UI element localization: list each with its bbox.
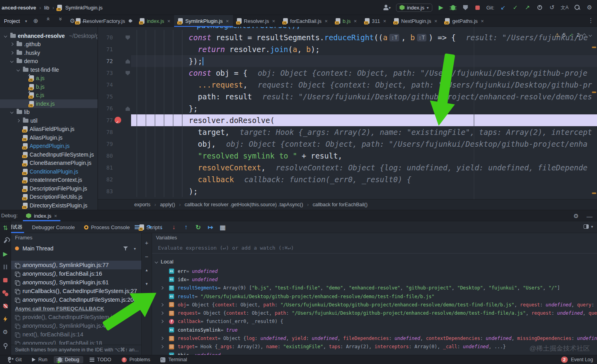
variable-row[interactable]: request = Object {context: Object, path:…	[152, 309, 597, 317]
error-stripe-mark[interactable]	[592, 91, 596, 93]
status-bar-item-git[interactable]: Git	[4, 356, 26, 363]
breadcrumb-item[interactable]: anced-resolve	[2, 5, 36, 11]
line-number[interactable]: 75	[98, 91, 113, 103]
code-line[interactable]: 72});	[98, 55, 597, 67]
editor-tab[interactable]: NextPlugin.js×	[390, 15, 441, 27]
pause-button[interactable]	[2, 263, 9, 271]
duplicate-watch-button[interactable]	[143, 294, 150, 302]
variable-row[interactable]: 01err = undefined	[152, 267, 597, 275]
tree-item[interactable]: util	[0, 116, 98, 125]
fold-end-icon[interactable]	[126, 59, 130, 63]
editor-tab[interactable]: getPaths.js×	[441, 15, 488, 27]
debug-button[interactable]	[450, 4, 457, 11]
debug-gear-button[interactable]: ⚙	[2, 329, 9, 336]
line-number[interactable]: 76	[98, 103, 113, 114]
chevron-icon[interactable]	[10, 51, 13, 54]
restore-layout-icon[interactable]	[584, 224, 589, 229]
line-number[interactable]: 71	[98, 43, 113, 55]
close-icon[interactable]: ×	[434, 18, 437, 24]
move-down-button[interactable]: ▼	[143, 280, 150, 288]
variable-row[interactable]: 01containsSymlink = true	[152, 326, 597, 334]
next-problem-icon[interactable]	[589, 34, 592, 37]
code-line[interactable]: 71return resolver.join(a, b);	[98, 43, 597, 55]
tree-item[interactable]: CachedInputFileSystem.js	[0, 150, 98, 159]
fold-end-icon[interactable]	[126, 106, 130, 111]
fold-start-icon[interactable]	[126, 71, 130, 75]
frame-row[interactable]: anonymous(), SymlinkPlugin.js:48	[11, 321, 141, 330]
collapse-all-button[interactable]: «	[44, 17, 52, 24]
git-commit-button[interactable]: ✓	[512, 4, 519, 11]
thread-selector[interactable]: Main Thread ▾	[11, 243, 141, 254]
close-icon[interactable]: ×	[272, 18, 275, 24]
run-to-cursor-button[interactable]: ↻	[195, 223, 202, 231]
frame-row[interactable]: anonymous(), CachedInputFileSystem.js:20…	[11, 295, 141, 304]
variable-row[interactable]: 01idx = undefined	[152, 275, 597, 284]
code-line[interactable]: 79obj,obj: Object {context: Object, path…	[98, 138, 597, 150]
tree-item[interactable]: DirectoryExistsPlugin.js	[0, 201, 98, 210]
code-line[interactable]: 70const result = resultSegments.reduceRi…	[98, 32, 597, 43]
editor-tab[interactable]: Resolver.js×	[233, 15, 279, 27]
line-number[interactable]: 81	[98, 162, 113, 174]
variable-row[interactable]: obj = Object {context: Object, path: "/U…	[152, 301, 597, 309]
tree-item[interactable]: createInnerContext.js	[0, 176, 98, 185]
editor-breadcrumb-item[interactable]: apply()	[160, 202, 175, 207]
tree-item[interactable]: AliasPlugin.js	[0, 133, 98, 142]
tree-item[interactable]: index.js	[0, 99, 98, 108]
error-stripe-mark[interactable]	[592, 47, 596, 48]
editor-breadcrumb-item[interactable]: exports	[134, 202, 150, 207]
code-line[interactable]: 77resolver.doResolve(	[98, 114, 597, 126]
mute-breakpoints-button[interactable]	[2, 302, 9, 310]
tree-item[interactable]: .github	[0, 40, 98, 49]
debug-settings-button[interactable]: ⚙	[573, 212, 580, 220]
tree-item[interactable]: CloneBasenamePlugin.js	[0, 159, 98, 168]
debug-session-tab[interactable]: index.js ×	[23, 210, 60, 221]
editor-tab[interactable]: forEachBail.js×	[279, 15, 332, 27]
code-line[interactable]: 78target,target: Hook {_args: Array(2), …	[98, 126, 597, 138]
close-icon[interactable]: ×	[54, 213, 57, 219]
auto-throw-button[interactable]	[2, 315, 9, 323]
line-number[interactable]: 82	[98, 174, 113, 185]
line-number[interactable]: 70	[98, 32, 113, 43]
frame-row[interactable]: provide(), CachedInputFileSystem.js:193	[11, 313, 141, 321]
skip-to-button[interactable]: ↦	[207, 223, 214, 231]
step-out-button[interactable]: ↑	[182, 223, 190, 231]
git-push-button[interactable]: ↗	[524, 4, 531, 11]
code-line[interactable]: 73const obj = {obj: Object {context: Obj…	[98, 67, 597, 79]
line-number[interactable]: 79	[98, 138, 113, 150]
chevron-right-icon[interactable]	[160, 337, 163, 340]
status-bar-item-problems[interactable]: Problems	[118, 356, 154, 363]
settings-button[interactable]: ⚙	[586, 4, 593, 11]
breadcrumb-item[interactable]: lib	[44, 5, 49, 11]
editor-tab[interactable]: 311×	[361, 15, 390, 27]
filter-icon[interactable]	[123, 246, 128, 251]
chevron-icon[interactable]	[10, 110, 13, 114]
chevron-right-icon[interactable]	[160, 303, 163, 306]
pin-tab-button[interactable]	[2, 342, 9, 349]
stop-button[interactable]	[474, 4, 481, 11]
close-icon[interactable]: ×	[167, 18, 171, 24]
line-number[interactable]: 83	[98, 185, 113, 197]
status-bar-item-todo[interactable]: TODO	[86, 356, 115, 363]
line-number[interactable]: 73	[98, 67, 113, 79]
more-tabs-button[interactable]: ⋮	[588, 17, 594, 24]
editor-breadcrumb-item[interactable]: callback for forEachBail()	[313, 202, 368, 207]
project-panel-title[interactable]: Project	[4, 18, 20, 24]
chevron-right-icon[interactable]	[160, 286, 163, 289]
breakpoint-icon[interactable]	[115, 117, 121, 123]
search-button[interactable]	[574, 4, 581, 11]
close-icon[interactable]: ×	[383, 18, 386, 24]
close-icon[interactable]: ×	[354, 18, 357, 24]
editor-tab[interactable]: b.js×	[332, 15, 361, 27]
tree-item[interactable]: a.js	[0, 74, 98, 83]
stop-debug-button[interactable]	[2, 276, 9, 284]
debug-tool-tab[interactable]: Debugger Console	[32, 221, 75, 233]
code-line[interactable]: 80"resolved symlink to " + result,	[98, 150, 597, 162]
tree-item[interactable]: lib	[0, 108, 98, 117]
chevron-right-icon[interactable]	[160, 345, 163, 348]
code-line[interactable]: 76};	[98, 103, 597, 114]
variables-scope-row[interactable]: Local	[152, 258, 597, 266]
add-watch-button[interactable]: +	[143, 239, 150, 246]
editor-tab[interactable]: ResolverFactory.js	[72, 15, 136, 27]
frame-row[interactable]: Async call from FSREQCALLBACK	[11, 304, 141, 313]
variable-row[interactable]: fcallback = function(_err0, _result0) {	[152, 317, 597, 326]
